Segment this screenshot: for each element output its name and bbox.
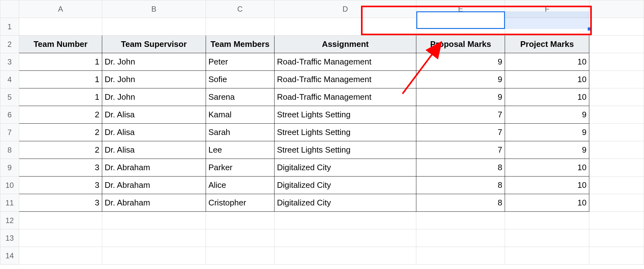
header-team-supervisor[interactable]: Team Supervisor — [102, 36, 206, 53]
row-header-7[interactable]: 7 — [0, 124, 19, 141]
cell-D9[interactable]: Digitalized City — [274, 159, 416, 177]
cell-A6[interactable]: 2 — [19, 106, 102, 124]
cell-G4[interactable] — [589, 71, 644, 88]
row-header-2[interactable]: 2 — [0, 36, 19, 53]
cell-A7[interactable]: 2 — [19, 124, 102, 141]
cell-B12[interactable] — [102, 212, 206, 229]
cell-A13[interactable] — [19, 229, 102, 247]
cell-C11[interactable]: Cristopher — [206, 194, 274, 212]
cell-D10[interactable]: Digitalized City — [274, 177, 416, 194]
cell-G14[interactable] — [589, 247, 644, 265]
row-header-3[interactable]: 3 — [0, 53, 19, 71]
cell-C3[interactable]: Peter — [206, 53, 274, 71]
cell-D11[interactable]: Digitalized City — [274, 194, 416, 212]
cell-B7[interactable]: Dr. Alisa — [102, 124, 206, 141]
row-header-12[interactable]: 12 — [0, 212, 19, 229]
cell-B1[interactable] — [102, 18, 206, 36]
row-header-11[interactable]: 11 — [0, 194, 19, 212]
cell-D13[interactable] — [274, 229, 416, 247]
cell-C4[interactable]: Sofie — [206, 71, 274, 88]
spreadsheet-grid[interactable]: A B C D E F 1 2 — [0, 0, 644, 265]
cell-C1[interactable] — [206, 18, 274, 36]
cell-A10[interactable]: 3 — [19, 177, 102, 194]
cell-F5[interactable]: 10 — [505, 88, 589, 106]
col-header-A[interactable]: A — [19, 0, 102, 18]
col-header-C[interactable]: C — [206, 0, 274, 18]
col-header-D[interactable]: D — [274, 0, 416, 18]
cell-F3[interactable]: 10 — [505, 53, 589, 71]
row-header-9[interactable]: 9 — [0, 159, 19, 177]
cell-C8[interactable]: Lee — [206, 141, 274, 159]
cell-D8[interactable]: Street Lights Setting — [274, 141, 416, 159]
cell-D1[interactable] — [274, 18, 416, 36]
cell-F1[interactable] — [505, 18, 589, 36]
cell-B10[interactable]: Dr. Abraham — [102, 177, 206, 194]
cell-C10[interactable]: Alice — [206, 177, 274, 194]
cell-A11[interactable]: 3 — [19, 194, 102, 212]
cell-F7[interactable]: 9 — [505, 124, 589, 141]
cell-E3[interactable]: 9 — [416, 53, 505, 71]
cell-F13[interactable] — [505, 229, 589, 247]
cell-B8[interactable]: Dr. Alisa — [102, 141, 206, 159]
cell-G2[interactable] — [589, 36, 644, 53]
row-header-1[interactable]: 1 — [0, 18, 19, 36]
header-assignment[interactable]: Assignment — [274, 36, 416, 53]
cell-B13[interactable] — [102, 229, 206, 247]
cell-D6[interactable]: Street Lights Setting — [274, 106, 416, 124]
cell-E6[interactable]: 7 — [416, 106, 505, 124]
row-header-6[interactable]: 6 — [0, 106, 19, 124]
cell-A9[interactable]: 3 — [19, 159, 102, 177]
cell-E9[interactable]: 8 — [416, 159, 505, 177]
row-header-5[interactable]: 5 — [0, 88, 19, 106]
cell-D4[interactable]: Road-Traffic Management — [274, 71, 416, 88]
row-header-4[interactable]: 4 — [0, 71, 19, 88]
col-header-E[interactable]: E — [416, 0, 505, 18]
row-header-13[interactable]: 13 — [0, 229, 19, 247]
cell-A4[interactable]: 1 — [19, 71, 102, 88]
cell-B5[interactable]: Dr. John — [102, 88, 206, 106]
cell-F10[interactable]: 10 — [505, 177, 589, 194]
header-team-number[interactable]: Team Number — [19, 36, 102, 53]
col-header-B[interactable]: B — [102, 0, 206, 18]
cell-C14[interactable] — [206, 247, 274, 265]
cell-G1[interactable] — [589, 18, 644, 36]
cell-G6[interactable] — [589, 106, 644, 124]
cell-G9[interactable] — [589, 159, 644, 177]
cell-E5[interactable]: 9 — [416, 88, 505, 106]
cell-F11[interactable]: 10 — [505, 194, 589, 212]
cell-C13[interactable] — [206, 229, 274, 247]
row-header-10[interactable]: 10 — [0, 177, 19, 194]
cell-D7[interactable]: Street Lights Setting — [274, 124, 416, 141]
cell-A8[interactable]: 2 — [19, 141, 102, 159]
cell-E4[interactable]: 9 — [416, 71, 505, 88]
cell-A14[interactable] — [19, 247, 102, 265]
cell-F14[interactable] — [505, 247, 589, 265]
cell-E10[interactable]: 8 — [416, 177, 505, 194]
cell-D3[interactable]: Road-Traffic Management — [274, 53, 416, 71]
cell-F4[interactable]: 10 — [505, 71, 589, 88]
cell-B9[interactable]: Dr. Abraham — [102, 159, 206, 177]
cell-A12[interactable] — [19, 212, 102, 229]
cell-D12[interactable] — [274, 212, 416, 229]
cell-E7[interactable]: 7 — [416, 124, 505, 141]
header-project-marks[interactable]: Project Marks — [505, 36, 589, 53]
col-header-F[interactable]: F — [505, 0, 589, 18]
cell-A1[interactable] — [19, 18, 102, 36]
row-header-8[interactable]: 8 — [0, 141, 19, 159]
col-header-blank[interactable] — [589, 0, 644, 18]
header-team-members[interactable]: Team Members — [206, 36, 274, 53]
cell-E14[interactable] — [416, 247, 505, 265]
cell-D14[interactable] — [274, 247, 416, 265]
cell-A5[interactable]: 1 — [19, 88, 102, 106]
cell-F6[interactable]: 9 — [505, 106, 589, 124]
cell-C5[interactable]: Sarena — [206, 88, 274, 106]
cell-B11[interactable]: Dr. Abraham — [102, 194, 206, 212]
cell-G3[interactable] — [589, 53, 644, 71]
cell-C7[interactable]: Sarah — [206, 124, 274, 141]
cell-E13[interactable] — [416, 229, 505, 247]
row-header-14[interactable]: 14 — [0, 247, 19, 265]
header-proposal-marks[interactable]: Proposal Marks — [416, 36, 505, 53]
cell-E1[interactable] — [416, 18, 505, 36]
cell-G12[interactable] — [589, 212, 644, 229]
cell-F9[interactable]: 10 — [505, 159, 589, 177]
